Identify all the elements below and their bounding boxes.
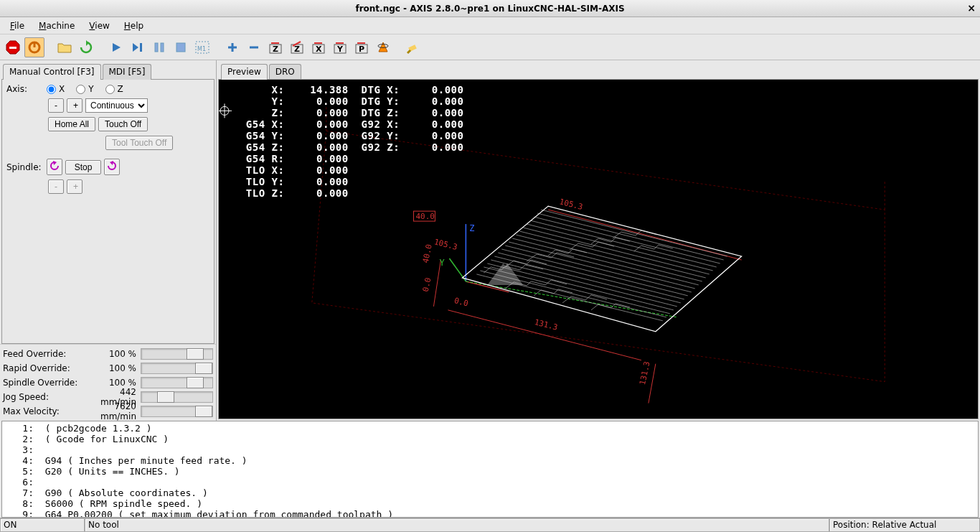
view-x-icon[interactable]: X [308,37,329,57]
zoom-in-icon[interactable] [222,37,242,57]
spindle-override-value: 100 % [82,378,141,388]
svg-marker-35 [110,161,113,165]
svg-text:Z: Z [469,223,474,233]
run-icon[interactable] [106,37,126,57]
svg-text:131.3: 131.3 [638,360,652,386]
gcode-listing[interactable]: 1: ( pcb2gcode 1.3.2 )2: ( Gcode for Lin… [1,421,979,518]
step-icon[interactable] [128,37,148,57]
svg-text:Y: Y [439,258,444,268]
override-sliders: Feed Override:100 % Rapid Override:100 %… [0,344,216,421]
feed-override-slider[interactable] [141,348,213,360]
svg-line-39 [448,310,641,360]
axis-z-radio[interactable]: Z [105,84,123,94]
tab-dro[interactable]: DRO [269,64,301,80]
manual-control-panel: Axis: X Y Z - + Continuous Home All Touc… [1,79,215,344]
spindle-plus-button[interactable]: + [67,179,83,194]
stop-icon[interactable] [171,37,191,57]
view-p-icon[interactable]: P [352,37,372,57]
spindle-label: Spindle: [6,162,44,172]
touch-off-button[interactable]: Touch Off [98,117,148,131]
jog-plus-button[interactable]: + [67,98,83,113]
spindle-minus-button[interactable]: - [48,179,64,194]
svg-text:0.0: 0.0 [421,276,433,292]
skip-icon[interactable]: M1 [192,37,212,57]
spindle-ccw-button[interactable] [47,159,62,175]
open-icon[interactable] [55,37,75,57]
svg-rect-7 [140,43,142,52]
axis-y-radio[interactable]: Y [76,84,93,94]
jog-mode-select[interactable]: Continuous [85,98,148,113]
jog-speed-label: Jog Speed: [3,392,82,402]
zoom-out-icon[interactable] [244,37,264,57]
gcode-line[interactable]: 3: [5,444,975,455]
tab-preview[interactable]: Preview [221,64,268,80]
right-tabs: Preview DRO [217,60,980,79]
tab-mdi[interactable]: MDI [F5] [103,64,152,80]
power-icon[interactable] [24,37,44,57]
close-icon[interactable]: × [967,2,976,14]
home-all-button[interactable]: Home All [48,117,95,131]
svg-rect-9 [161,43,164,52]
left-tabs: Manual Control [F3] MDI [F5] [0,60,216,79]
reload-icon[interactable] [76,37,96,57]
svg-text:40.0: 40.0 [415,212,434,221]
svg-text:131.3: 131.3 [533,317,558,332]
status-tool: No tool [85,518,829,532]
svg-marker-31 [379,42,387,52]
estop-icon[interactable] [3,37,23,57]
max-velocity-label: Max Velocity: [3,406,82,416]
svg-rect-1 [9,47,17,49]
status-on: ON [0,518,85,532]
svg-text:X: X [316,45,322,54]
gcode-line[interactable]: 1: ( pcb2gcode 1.3.2 ) [5,423,975,434]
gcode-line[interactable]: 9: G64 P0.00200 ( set maximum deviation … [5,509,975,518]
status-position: Position: Relative Actual [829,518,980,532]
view-z2-icon[interactable]: Z [287,37,307,57]
window-title: front.ngc - AXIS 2.8.0~pre1 on LinuxCNC-… [355,4,624,14]
gcode-line[interactable]: 5: G20 ( Units == INCHES. ) [5,466,975,477]
menu-view[interactable]: View [82,19,116,33]
svg-marker-34 [53,161,57,165]
svg-rect-10 [176,43,185,52]
view-y-icon[interactable]: Y [330,37,350,57]
rapid-override-value: 100 % [82,363,141,373]
toolbar: M1 Z Z X Y P [0,34,980,60]
gcode-line[interactable]: 2: ( Gcode for LinuxCNC ) [5,434,975,444]
max-velocity-slider[interactable] [141,406,213,417]
tab-manual-control[interactable]: Manual Control [F3] [3,64,101,80]
status-bar: ON No tool Position: Relative Actual [0,518,980,532]
gcode-line[interactable]: 8: S6000 ( RPM spindle speed. ) [5,498,975,509]
gcode-line[interactable]: 4: G94 ( Inches per minute feed rate. ) [5,455,975,466]
axis-x-radio[interactable]: X [47,84,65,94]
rapid-override-slider[interactable] [141,363,213,374]
clear-plot-icon[interactable] [403,37,423,57]
feed-override-value: 100 % [82,349,141,359]
gcode-line[interactable]: 6: [5,477,975,487]
gcode-line[interactable]: 7: G90 ( Absolute coordinates. ) [5,487,975,498]
rotate-icon[interactable] [373,37,393,57]
jog-minus-button[interactable]: - [48,98,64,113]
tool-touch-off-button[interactable]: Tool Touch Off [105,136,173,150]
svg-text:Y: Y [336,45,344,54]
jog-speed-slider[interactable] [141,391,213,403]
svg-marker-5 [113,43,121,52]
preview-viewport[interactable]: X: 14.388 DTG X: 0.000 Y: 0.000 DTG Y: 0… [218,79,979,419]
view-z-icon[interactable]: Z [265,37,286,57]
menu-bar: File Machine View Help [0,17,980,34]
spindle-override-slider[interactable] [141,377,213,388]
spindle-override-label: Spindle Override: [3,378,82,388]
menu-help[interactable]: Help [117,19,151,33]
feed-override-label: Feed Override: [3,349,82,359]
max-velocity-value: 7620 mm/min [82,401,141,421]
menu-file[interactable]: File [3,19,32,33]
spindle-cw-button[interactable] [104,159,120,175]
dro-overlay: X: 14.388 DTG X: 0.000 Y: 0.000 DTG Y: 0… [233,84,463,199]
window-titlebar: front.ngc - AXIS 2.8.0~pre1 on LinuxCNC-… [0,0,980,17]
pause-icon[interactable] [149,37,169,57]
svg-marker-4 [86,40,89,46]
menu-machine[interactable]: Machine [32,19,82,33]
rapid-override-label: Rapid Override: [3,363,82,373]
svg-text:105.3: 105.3 [433,237,458,252]
svg-marker-6 [133,43,138,52]
spindle-stop-button[interactable]: Stop [65,160,101,174]
